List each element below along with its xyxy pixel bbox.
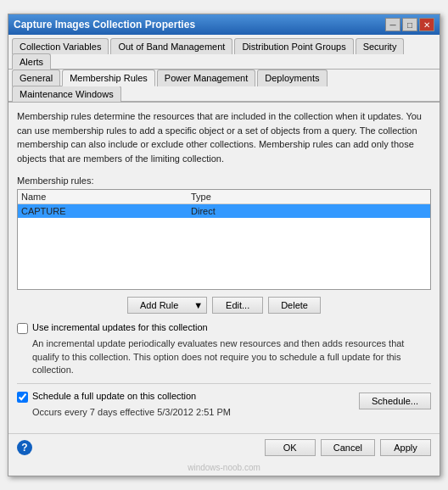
full-update-checkbox-row: Schedule a full update on this collectio… xyxy=(17,391,359,403)
incremental-update-label: Use incremental updates for this collect… xyxy=(32,322,208,332)
full-update-checkbox[interactable] xyxy=(17,392,28,403)
tab-deployments[interactable]: Deployments xyxy=(257,70,327,86)
incremental-update-subtext: An incremental update periodically evalu… xyxy=(32,337,431,376)
ok-button[interactable]: OK xyxy=(265,439,316,456)
tab-distribution-point-groups[interactable]: Distribution Point Groups xyxy=(234,38,353,54)
col-header-name: Name xyxy=(21,192,191,202)
schedule-left: Schedule a full update on this collectio… xyxy=(17,391,359,426)
schedule-row: Schedule a full update on this collectio… xyxy=(17,391,431,426)
incremental-update-checkbox[interactable] xyxy=(17,323,28,334)
delete-button[interactable]: Delete xyxy=(268,297,321,314)
window-title: Capture Images Collection Properties xyxy=(14,19,195,31)
add-rule-dropdown[interactable]: ▼ xyxy=(190,297,207,314)
col-header-type: Type xyxy=(191,192,427,202)
title-bar-controls: ─ □ ✕ xyxy=(385,18,434,31)
title-bar: Capture Images Collection Properties ─ □… xyxy=(8,14,440,35)
tab-alerts[interactable]: Alerts xyxy=(12,53,51,70)
incremental-update-row: Use incremental updates for this collect… xyxy=(17,322,431,334)
full-update-subtext: Occurs every 7 days effective 5/3/2012 2… xyxy=(32,406,359,419)
membership-rules-label: Membership rules: xyxy=(17,175,431,186)
cancel-button[interactable]: Cancel xyxy=(321,439,375,456)
tabs-row-1: Collection Variables Out of Band Managem… xyxy=(8,35,440,70)
bottom-right-buttons: OK Cancel Apply xyxy=(265,439,431,456)
tab-security[interactable]: Security xyxy=(356,38,405,54)
minimize-button[interactable]: ─ xyxy=(385,18,400,31)
row-type: Direct xyxy=(191,206,427,216)
row-name: CAPTURE xyxy=(21,206,191,216)
bottom-bar: ? OK Cancel Apply xyxy=(8,433,440,461)
table-body: CAPTURE Direct xyxy=(18,204,430,289)
tab-maintenance-windows[interactable]: Maintenance Windows xyxy=(12,86,121,102)
main-window: Capture Images Collection Properties ─ □… xyxy=(8,14,440,476)
table-row[interactable]: CAPTURE Direct xyxy=(18,204,430,218)
tab-collection-variables[interactable]: Collection Variables xyxy=(12,38,109,54)
apply-button[interactable]: Apply xyxy=(380,439,431,456)
table-header: Name Type xyxy=(18,190,430,204)
tab-membership-rules[interactable]: Membership Rules xyxy=(62,70,155,86)
tabs-row-2: General Membership Rules Power Managemen… xyxy=(8,70,440,103)
close-button[interactable]: ✕ xyxy=(419,18,434,31)
tab-general[interactable]: General xyxy=(12,70,60,86)
divider xyxy=(17,383,431,384)
tab-out-of-band[interactable]: Out of Band Management xyxy=(110,38,232,54)
info-text: Membership rules determine the resources… xyxy=(17,109,431,165)
full-update-label: Schedule a full update on this collectio… xyxy=(32,391,196,401)
tab-power-management[interactable]: Power Management xyxy=(157,70,255,86)
table-buttons-row: Add Rule ▼ Edit... Delete xyxy=(17,297,431,314)
help-button[interactable]: ? xyxy=(17,440,32,455)
schedule-button-wrap: Schedule... xyxy=(359,391,431,409)
maximize-button[interactable]: □ xyxy=(402,18,417,31)
membership-table: Name Type CAPTURE Direct xyxy=(17,189,431,290)
add-rule-wrap: Add Rule ▼ xyxy=(127,297,207,314)
edit-button[interactable]: Edit... xyxy=(212,297,263,314)
body-content: Membership rules determine the resources… xyxy=(8,103,440,433)
schedule-button[interactable]: Schedule... xyxy=(359,393,431,409)
add-rule-button[interactable]: Add Rule xyxy=(127,297,190,314)
watermark: windows-noob.com xyxy=(8,461,440,476)
